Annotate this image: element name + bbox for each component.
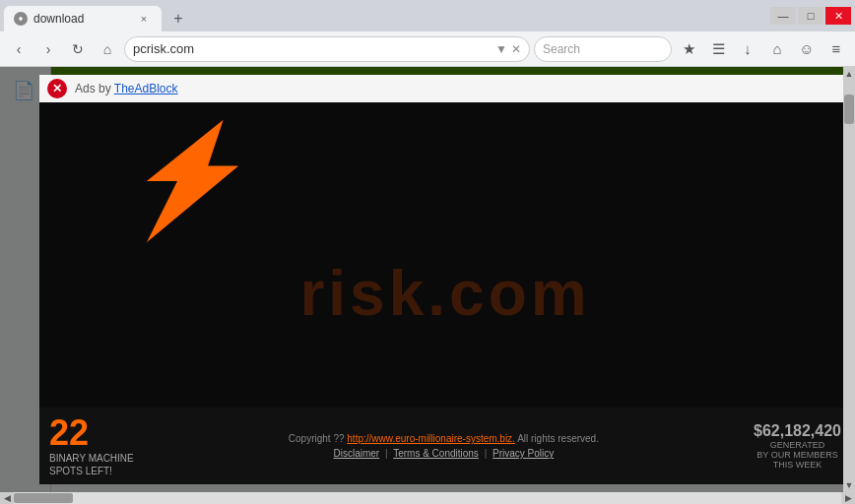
menu-icon[interactable]: ≡ <box>823 36 849 62</box>
bookmark-icon[interactable]: ▼ <box>495 42 507 56</box>
watermark-text: risk.com <box>299 257 590 330</box>
ads-by-text: Ads by <box>75 82 111 95</box>
tab-favicon <box>14 12 28 26</box>
generated-label-3: This Week <box>754 460 841 470</box>
download-icon[interactable]: ↓ <box>735 36 760 62</box>
horizontal-scrollbar[interactable]: ◀ ▶ <box>0 492 855 504</box>
tab-close-button[interactable]: × <box>136 11 152 27</box>
content-area: 📄 Video Update Recommended... ▲ Click Yo… <box>0 67 855 492</box>
copyright-link[interactable]: http://www.euro-millionaire-system.biz. <box>347 433 515 444</box>
browser-window: download × + — □ ✕ ‹ › ↻ ⌂ pcrisk.com ▼ … <box>0 0 855 504</box>
refresh-button[interactable]: ↻ <box>65 36 91 62</box>
toolbar-icons: ★ ☰ ↓ ⌂ ☺ ≡ <box>676 36 849 62</box>
scroll-track <box>14 492 841 504</box>
maximize-button[interactable]: □ <box>798 7 823 25</box>
search-bar[interactable]: Search <box>534 36 672 62</box>
copyright-rest: All rights reserved. <box>517 433 599 444</box>
orange-arrow-icon <box>99 112 256 250</box>
svg-marker-1 <box>147 120 238 242</box>
tab-label: download <box>33 12 130 26</box>
forward-button[interactable]: › <box>35 36 61 62</box>
ads-brand-link[interactable]: TheAdBlock <box>114 82 178 95</box>
clear-address-icon[interactable]: ✕ <box>511 42 521 56</box>
star-icon[interactable]: ★ <box>676 36 701 62</box>
generated-stat: $62,182,420 GENERATED By Our Members Thi… <box>754 422 841 470</box>
ad-close-button[interactable]: ✕ <box>47 79 67 98</box>
navigation-bar: ‹ › ↻ ⌂ pcrisk.com ▼ ✕ Search ★ ☰ ↓ ⌂ ☺ … <box>0 32 855 67</box>
home-icon[interactable]: ⌂ <box>764 36 790 62</box>
copyright-text: Copyright ?? <box>289 433 345 444</box>
home-button[interactable]: ⌂ <box>95 36 120 62</box>
ad-body: risk.com 22 BINARY MACHINE SPOTS LEFT! <box>39 102 851 484</box>
scroll-down-arrow[interactable]: ▼ <box>843 478 855 492</box>
address-text: pcrisk.com <box>133 41 492 56</box>
active-tab[interactable]: download × <box>4 6 162 32</box>
title-bar: download × + — □ ✕ <box>0 0 855 32</box>
ad-bottom-bar: 22 BINARY MACHINE SPOTS LEFT! Copyright … <box>39 408 851 484</box>
new-tab-button[interactable]: + <box>165 6 191 32</box>
sep2: | <box>485 448 488 459</box>
back-button[interactable]: ‹ <box>6 36 32 62</box>
privacy-link[interactable]: Privacy Policy <box>493 448 554 459</box>
copyright-line: Copyright ?? http://www.euro-millionaire… <box>144 433 744 444</box>
generated-label-1: GENERATED <box>754 440 841 450</box>
binary-spots-stat: 22 BINARY MACHINE SPOTS LEFT! <box>49 415 134 476</box>
generated-label-2: By Our Members <box>754 450 841 460</box>
minimize-button[interactable]: — <box>770 7 796 25</box>
spots-label-1: BINARY MACHINE <box>49 453 134 464</box>
address-icons: ▼ ✕ <box>495 42 521 56</box>
scrollbar-thumb[interactable] <box>844 94 854 124</box>
generated-number: $62,182,420 <box>754 422 841 440</box>
vertical-scrollbar[interactable]: ▲ ▼ <box>843 67 855 492</box>
sep1: | <box>385 448 388 459</box>
spots-label-2: SPOTS LEFT! <box>49 466 134 476</box>
scroll-right-arrow[interactable]: ▶ <box>841 492 855 504</box>
scroll-left-arrow[interactable]: ◀ <box>0 492 14 504</box>
window-controls: — □ ✕ <box>770 7 851 25</box>
search-placeholder: Search <box>543 42 580 56</box>
ad-center-content: Copyright ?? http://www.euro-millionaire… <box>134 433 754 459</box>
disclaimer-link[interactable]: Disclaimer <box>333 448 379 459</box>
user-icon[interactable]: ☰ <box>705 36 731 62</box>
ad-popup: ✕ Ads by TheAdBlock risk.com 22 <box>39 75 851 484</box>
ad-label: Ads by TheAdBlock <box>75 82 178 95</box>
scroll-up-arrow[interactable]: ▲ <box>843 67 855 81</box>
spots-number: 22 <box>49 415 134 451</box>
ad-header: ✕ Ads by TheAdBlock <box>39 75 851 102</box>
horizontal-thumb[interactable] <box>14 493 73 503</box>
terms-link[interactable]: Terms & Conditions <box>393 448 479 459</box>
avatar-icon[interactable]: ☺ <box>794 36 820 62</box>
footer-links: Disclaimer | Terms & Conditions | Privac… <box>144 448 744 459</box>
address-bar[interactable]: pcrisk.com ▼ ✕ <box>124 36 530 62</box>
close-button[interactable]: ✕ <box>825 7 851 25</box>
tab-area: download × + <box>4 0 762 32</box>
